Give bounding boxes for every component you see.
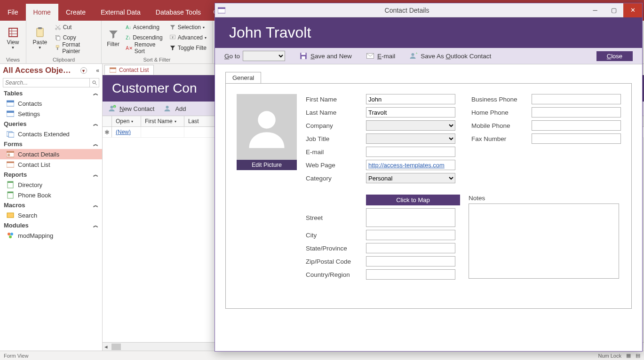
save-outlook-button[interactable]: +Save As Outlook Contact bbox=[409, 52, 491, 60]
notes-field[interactable] bbox=[469, 203, 619, 279]
view-switcher-icon[interactable]: ▤ bbox=[636, 352, 640, 359]
job-title-field[interactable] bbox=[366, 133, 455, 144]
nav-group-tables[interactable]: Tables︽ bbox=[0, 88, 102, 98]
datasheet-icon bbox=[8, 27, 19, 38]
label-last-name: Last Name bbox=[306, 109, 362, 116]
view-switcher-icon[interactable]: ▦ bbox=[626, 352, 631, 359]
nav-item-contacts[interactable]: Contacts bbox=[0, 98, 102, 109]
nav-group-queries[interactable]: Queries︽ bbox=[0, 119, 102, 129]
nav-group-forms[interactable]: Forms︽ bbox=[0, 139, 102, 149]
tab-general[interactable]: General bbox=[225, 72, 261, 83]
svg-rect-32 bbox=[8, 181, 13, 183]
filter-button[interactable]: Filter bbox=[105, 23, 121, 54]
scroll-thumb[interactable] bbox=[111, 344, 121, 350]
descending-button[interactable]: Z↓Descending bbox=[124, 33, 164, 42]
nav-dropdown-icon[interactable]: ▾ bbox=[80, 67, 87, 74]
doc-tab-contact-list[interactable]: Contact List bbox=[104, 65, 154, 75]
street-field[interactable] bbox=[366, 208, 455, 227]
add-button[interactable]: Add bbox=[164, 104, 186, 113]
tab-external-data[interactable]: External Data bbox=[93, 4, 148, 21]
toggle-filter-button[interactable]: Toggle Filte bbox=[167, 43, 208, 53]
desc-label: Descending bbox=[133, 34, 162, 41]
category-field[interactable]: Personal bbox=[366, 173, 455, 183]
cut-button[interactable]: Cut bbox=[53, 23, 97, 32]
label-home-phone: Home Phone bbox=[471, 109, 528, 116]
nav-item-search-macro[interactable]: Search bbox=[0, 210, 102, 220]
tab-create[interactable]: Create bbox=[58, 4, 93, 21]
zip-field[interactable] bbox=[366, 256, 455, 266]
city-field[interactable] bbox=[366, 230, 455, 240]
nav-group-macros[interactable]: Macros︽ bbox=[0, 200, 102, 210]
navigation-pane: All Access Obje… ▾ « Tables︽ Contacts Se… bbox=[0, 64, 103, 351]
label-job-title: Job Title bbox=[306, 135, 362, 142]
cell-first[interactable] bbox=[141, 127, 184, 137]
new-link[interactable]: (New) bbox=[116, 129, 131, 135]
first-name-field[interactable] bbox=[366, 94, 455, 104]
add-label: Add bbox=[175, 105, 186, 112]
nav-item-contact-details[interactable]: Contact Details bbox=[0, 149, 102, 159]
goto-select[interactable] bbox=[243, 51, 285, 61]
web-page-link[interactable]: http://access-templates.com bbox=[368, 162, 445, 169]
tab-home[interactable]: Home bbox=[26, 4, 58, 21]
paste-button[interactable]: Paste ▼ bbox=[30, 23, 50, 54]
nav-group-modules[interactable]: Modules︽ bbox=[0, 220, 102, 230]
email-button[interactable]: E-mail bbox=[366, 52, 395, 60]
nav-search-go[interactable] bbox=[89, 78, 99, 87]
label-web-page: Web Page bbox=[306, 162, 362, 169]
dialog-title: Contact Details bbox=[228, 7, 586, 14]
nav-item-phonebook[interactable]: Phone Book bbox=[0, 190, 102, 200]
nav-title-bar[interactable]: All Access Obje… ▾ « bbox=[0, 64, 102, 77]
last-name-field[interactable] bbox=[366, 107, 455, 117]
copy-button[interactable]: Copy bbox=[53, 33, 97, 42]
view-button[interactable]: View ▼ bbox=[4, 23, 22, 54]
col-open[interactable]: Open▾ bbox=[112, 116, 141, 126]
close-window-button[interactable]: ✕ bbox=[623, 3, 642, 17]
email-field[interactable] bbox=[366, 147, 455, 157]
new-row-selector[interactable]: ✱ bbox=[103, 127, 112, 137]
selection-button[interactable]: Selection▾ bbox=[167, 23, 208, 32]
business-phone-field[interactable] bbox=[532, 94, 621, 104]
nav-item-directory[interactable]: Directory bbox=[0, 180, 102, 190]
col-first-name[interactable]: First Name▾ bbox=[141, 116, 184, 126]
shutter-bar-icon[interactable]: « bbox=[96, 67, 99, 74]
minimize-button[interactable]: ─ bbox=[586, 3, 604, 17]
save-outlook-label: Save As Outlook Contact bbox=[421, 53, 491, 60]
format-painter-button[interactable]: Format Painter bbox=[53, 43, 97, 53]
close-button[interactable]: Close bbox=[596, 51, 633, 61]
query-icon bbox=[7, 130, 14, 138]
mobile-phone-field[interactable] bbox=[532, 120, 621, 131]
company-field[interactable] bbox=[366, 120, 455, 131]
maximize-button[interactable]: ▢ bbox=[604, 3, 623, 17]
home-phone-field[interactable] bbox=[532, 107, 621, 117]
search-icon bbox=[92, 80, 97, 86]
nav-item-contact-list[interactable]: Contact List bbox=[0, 159, 102, 170]
label-street: Street bbox=[306, 214, 362, 221]
table-icon bbox=[7, 100, 14, 107]
new-contact-button[interactable]: +New Contact bbox=[108, 104, 154, 113]
nav-item-settings[interactable]: Settings bbox=[0, 109, 102, 119]
fax-field[interactable] bbox=[532, 133, 621, 144]
nav-item-modmapping[interactable]: modMapping bbox=[0, 230, 102, 241]
remove-sort-button[interactable]: A✕Remove Sort bbox=[124, 43, 164, 53]
state-field[interactable] bbox=[366, 243, 455, 253]
advanced-button[interactable]: Advanced▾ bbox=[167, 33, 208, 42]
nav-search-input[interactable] bbox=[3, 78, 89, 87]
click-to-map-button[interactable]: Click to Map bbox=[366, 195, 460, 205]
country-field[interactable] bbox=[366, 269, 455, 280]
svg-rect-46 bbox=[218, 8, 225, 9]
nav-group-reports[interactable]: Reports︽ bbox=[0, 170, 102, 180]
tab-file[interactable]: File bbox=[0, 4, 26, 21]
tab-database-tools[interactable]: Database Tools bbox=[148, 4, 208, 21]
ascending-button[interactable]: A↓Ascending bbox=[124, 23, 164, 32]
svg-line-18 bbox=[95, 84, 96, 85]
dropdown-arrow-icon: ▼ bbox=[38, 46, 42, 50]
nav-group-label: Modules bbox=[4, 222, 29, 229]
dialog-titlebar[interactable]: Contact Details ─ ▢ ✕ bbox=[215, 3, 642, 17]
nav-item-contacts-extended[interactable]: Contacts Extended bbox=[0, 129, 102, 139]
cut-label: Cut bbox=[63, 24, 72, 31]
edit-picture-button[interactable]: Edit Picture bbox=[237, 160, 297, 170]
save-and-new-button[interactable]: Save and New bbox=[299, 52, 352, 60]
row-selector-header[interactable] bbox=[103, 116, 112, 126]
scissors-icon bbox=[55, 24, 61, 31]
col-label: Open bbox=[116, 118, 129, 125]
